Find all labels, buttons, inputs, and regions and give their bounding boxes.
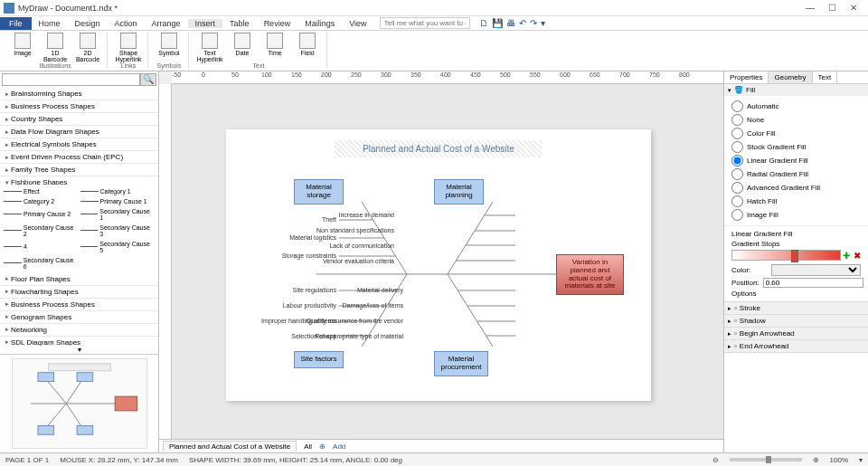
cause-label[interactable]: Lack of communication [329,243,394,249]
cause-label[interactable]: Damage/loss of items [343,302,403,309]
zoom-in-icon[interactable]: ⊕ [813,456,819,464]
fill-option[interactable]: Advanced Gradient Fill [731,181,861,195]
page-tab-1[interactable]: Planned and Actual Cost of a Website [163,441,297,452]
cause-label[interactable]: Increase in demand [339,212,394,218]
zoom-slider[interactable] [730,458,802,461]
properties-tab-text[interactable]: Text [813,71,838,83]
cause-label[interactable]: Theft [322,216,336,223]
section-end-arrowhead[interactable]: ▫End Arrowhead [724,340,868,352]
menu-review[interactable]: Review [257,19,298,28]
shape-category[interactable]: Genogram Shapes [0,311,158,324]
shape-category[interactable]: Networking [0,324,158,337]
fill-option[interactable]: Stock Gradient Fill [731,140,861,154]
fill-option[interactable]: Hatch Fill [731,195,861,208]
shape-item[interactable]: Secondary Cause 1 [80,208,156,221]
zoom-out-icon[interactable]: ⊖ [712,456,719,464]
section-shadow[interactable]: ▫Shadow [724,315,868,327]
fill-radio[interactable] [731,114,743,126]
fill-option[interactable]: Radial Gradient Fill [731,167,861,181]
menu-insert[interactable]: Insert [188,19,223,28]
fill-radio[interactable] [731,155,743,166]
ribbon-text-hyperlink[interactable]: Text Hyperlink [196,33,223,62]
ribbon-barcode-1d[interactable]: 1D Barcode [42,33,69,62]
gradient-del-stop-icon[interactable]: ✖ [854,251,861,261]
fill-radio[interactable] [731,168,743,180]
properties-tab-properties[interactable]: Properties [724,71,769,83]
fill-radio[interactable] [731,141,743,153]
page-tab-all[interactable]: All [304,442,312,451]
color-picker[interactable] [771,264,861,276]
shape-category[interactable]: SDL Diagram Shapes [0,337,158,346]
options-label[interactable]: Options [731,290,861,298]
position-input[interactable] [763,278,863,288]
close-button[interactable]: ✕ [843,3,864,13]
shape-item[interactable]: Category 2 [4,198,79,204]
properties-tab-geometry[interactable]: Geometry [769,71,812,83]
shapes-search-button[interactable]: 🔍 [140,73,156,86]
cause-label[interactable]: Non standard specifications [316,227,394,233]
qa-redo-icon[interactable]: ↷ [530,18,537,28]
gradient-add-stop-icon[interactable]: ✚ [843,251,850,261]
shape-category[interactable]: Event Driven Process Chain (EPC) [0,151,158,164]
section-fill[interactable]: 🪣 Fill [724,84,868,96]
ribbon-image[interactable]: Image [9,33,36,56]
box-material-storage[interactable]: Material storage [294,179,344,204]
shape-category[interactable]: Fishbone Shapes [0,176,158,185]
page-thumbnail-1[interactable] [12,358,147,449]
fill-radio[interactable] [731,182,743,194]
cause-label[interactable]: Material logistics [289,234,336,241]
menu-table[interactable]: Table [222,19,257,28]
shape-category[interactable]: Floor Plan Shapes [0,273,158,286]
menu-view[interactable]: View [342,19,373,28]
fill-radio[interactable] [731,195,743,207]
fill-radio[interactable] [731,128,743,139]
fill-option[interactable]: Color Fill [731,127,861,140]
shape-category[interactable]: Brainstorming Shapes [0,88,158,100]
thumb-expand-icon[interactable]: ▾ [0,346,158,354]
menu-mailings[interactable]: Mailings [297,19,342,28]
cause-label[interactable]: Site regulations [293,287,336,293]
shape-item[interactable]: Category 1 [80,188,156,195]
shape-item[interactable]: Secondary Cause 5 [80,241,156,253]
ribbon-shape-hyperlink[interactable]: Shape Hyperlink [115,33,142,62]
shape-item[interactable]: Secondary Cause 6 [4,257,79,270]
cause-label[interactable]: Labour productivity [283,302,336,309]
shape-category[interactable]: Family Tree Shapes [0,164,158,176]
fill-radio[interactable] [731,100,743,112]
shape-category[interactable]: Business Process Shapes [0,100,158,113]
shape-item[interactable]: Primary Cause 2 [4,208,79,221]
shape-category[interactable]: Business Process Shapes [0,299,158,311]
ribbon-barcode-2d[interactable]: 2D Barcode [74,33,101,62]
qa-new-icon[interactable]: 🗋 [479,18,488,28]
fill-option[interactable]: Image Fill [731,208,861,222]
shape-item[interactable]: Secondary Cause 2 [4,224,79,237]
fill-radio[interactable] [731,209,743,221]
menu-file[interactable]: File [0,17,32,30]
cause-label[interactable]: Vendor evaluation criteria [323,258,394,264]
box-material-procurement[interactable]: Material procurement [434,351,488,376]
canvas[interactable]: Planned and Actual Cost of a Website [172,84,723,439]
cause-label[interactable]: Selection of appropriate type of materia… [291,333,403,339]
qa-more-icon[interactable]: ▾ [541,18,545,28]
qa-save-icon[interactable]: 💾 [492,18,503,28]
gradient-bar[interactable] [731,250,841,261]
gradient-stop-handle[interactable] [791,250,798,262]
shape-item[interactable]: Primary Cause 1 [80,198,156,204]
shape-item[interactable]: Secondary Cause 3 [80,224,156,237]
box-material-planning[interactable]: Material planning [434,179,484,204]
cause-label[interactable]: Material delivery [357,287,403,293]
ribbon-time[interactable]: Time [261,33,288,56]
minimize-button[interactable]: — [799,3,821,13]
shapes-search-input[interactable] [2,73,140,86]
drawing-page[interactable]: Planned and Actual Cost of a Website [226,129,651,401]
shape-item[interactable]: Effect [4,188,79,195]
shape-category[interactable]: Data Flow Diagram Shapes [0,126,158,138]
fill-option[interactable]: Linear Gradient Fill [731,154,861,167]
menu-action[interactable]: Action [108,19,145,28]
shape-item[interactable]: 4 [4,241,79,253]
box-effect[interactable]: Variation in planned and actual cost of … [556,254,624,295]
zoom-dropdown-icon[interactable]: ▾ [859,456,863,464]
section-stroke[interactable]: ▫Stroke [724,302,868,314]
qa-undo-icon[interactable]: ↶ [519,18,526,28]
ribbon-date[interactable]: Date [229,33,256,56]
